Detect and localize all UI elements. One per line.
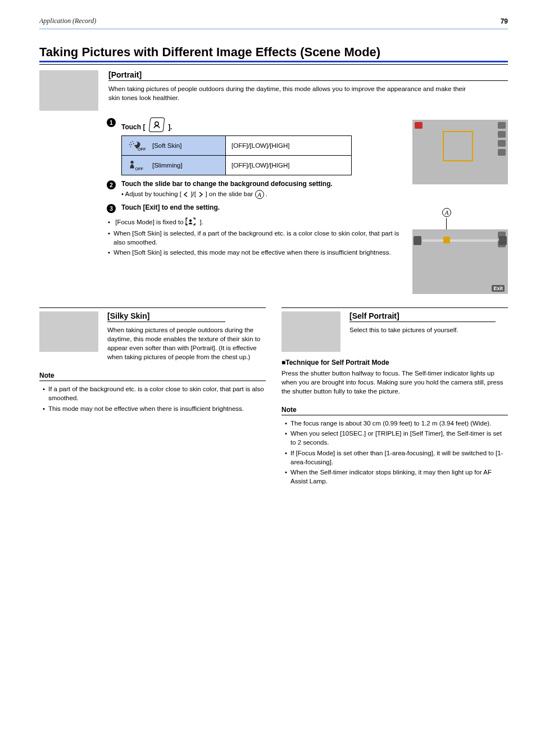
face-detection-box <box>443 131 473 161</box>
svg-point-6 <box>130 146 131 147</box>
silky-thumbnail <box>39 311 98 352</box>
selfportrait-note-4: When the Self-timer indicator stops blin… <box>284 468 508 486</box>
face-detect-icon <box>191 218 196 228</box>
selfportrait-divider <box>281 307 508 308</box>
portrait-note-2: When [Soft Skin] is selected, if a part … <box>107 229 401 247</box>
preview-side-icon <box>498 122 506 129</box>
section-divider-thin <box>39 64 508 65</box>
step-3: 3 Touch [Exit] to end the setting. <box>107 203 401 213</box>
step-2-line2-mid: ]/[ <box>190 191 196 197</box>
step-2-line2: • Adjust by touching [ ]/[ ] on the slid… <box>121 190 333 199</box>
selfportrait-heading: [Self Portrait] <box>349 311 496 322</box>
selfportrait-note-2: When you select [10SEC.] or [TRIPLE] in … <box>284 429 508 447</box>
silky-note-1: If a part of the background etc. is a co… <box>42 384 266 402</box>
svg-point-0 <box>155 122 158 125</box>
preview-side-icon <box>498 149 506 156</box>
section-divider-thick <box>39 61 508 62</box>
technique-heading: ■Technique for Self Portrait Mode <box>281 359 508 366</box>
soft-skin-icon: OFF <box>128 139 148 152</box>
step-3-text: Touch [Exit] to end the setting. <box>121 203 220 211</box>
left-arrow-icon <box>183 192 189 197</box>
defocus-slider-knob[interactable] <box>443 237 450 243</box>
silky-note-heading: Note <box>39 372 266 381</box>
preview-side-icon <box>498 241 506 247</box>
preview-side-icon <box>498 140 506 147</box>
portrait-note-1: [Focus Mode] is fixed to [ ]. <box>107 218 401 228</box>
step-2-line2-end: ] on the slide bar <box>205 191 255 197</box>
step-2-line2-tail: . <box>266 191 267 197</box>
step-number-2: 2 <box>107 180 116 189</box>
svg-point-2 <box>132 141 133 142</box>
preview-face-detect <box>412 120 508 184</box>
step-number-1: 1 <box>107 118 116 127</box>
portrait-note-3: When [Soft Skin] is selected, this mode … <box>107 248 401 257</box>
options-table: OFF [Soft Skin] [OFF]/[LOW]/[HIGH] <box>121 135 352 175</box>
step-number-3: 3 <box>107 204 116 213</box>
step-1: 1 Touch [ ]. <box>107 117 401 175</box>
svg-point-1 <box>130 142 131 143</box>
soft-skin-range: [OFF]/[LOW]/[HIGH] <box>226 136 352 156</box>
defocus-slider[interactable] <box>423 239 498 242</box>
portrait-effect-icon <box>148 117 165 132</box>
selfportrait-thumbnail <box>281 311 340 352</box>
portrait-note-1-suffix: ]. <box>199 219 203 225</box>
svg-text:OFF: OFF <box>135 166 144 171</box>
preview-slider: Exit <box>412 229 508 294</box>
section-title: Taking Pictures with Different Image Eff… <box>39 45 508 60</box>
step-1-text-prefix: Touch [ <box>121 123 145 131</box>
right-arrow-icon <box>198 192 203 197</box>
silky-divider <box>39 307 266 308</box>
selfportrait-note-1: The focus range is about 30 cm (0.99 fee… <box>284 419 508 428</box>
selfportrait-note-3: If [Focus Mode] is set other than [1-are… <box>284 449 508 467</box>
svg-point-8 <box>130 161 133 164</box>
page-header: Application (Record) 79 <box>39 17 508 28</box>
silky-description: When taking pictures of people outdoors … <box>107 325 265 361</box>
preview-mode-badge <box>415 122 423 129</box>
silky-note-2: This mode may not be effective when ther… <box>42 404 266 413</box>
slimming-icon: OFF <box>128 159 148 171</box>
step-1-text-suffix: ]. <box>168 123 172 131</box>
header-divider <box>39 29 508 29</box>
breadcrumb: Application (Record) <box>39 17 96 25</box>
svg-point-3 <box>129 144 130 145</box>
preview-side-icon <box>498 131 506 138</box>
slide-bar-ref-a: A <box>255 190 264 199</box>
portrait-note-1-prefix: [Focus Mode] is fixed to [ <box>115 219 187 225</box>
exit-button[interactable]: Exit <box>492 285 505 292</box>
page-number: 79 <box>501 17 508 25</box>
selfportrait-note-heading: Note <box>281 406 508 415</box>
step-2: 2 Touch the slide bar to change the back… <box>107 180 401 199</box>
portrait-description: When taking pictures of people outdoors … <box>108 84 468 102</box>
slimming-range: [OFF]/[LOW]/[HIGH] <box>226 156 352 175</box>
callout-a: A <box>442 208 451 217</box>
portrait-heading: [Portrait] <box>108 70 508 81</box>
soft-skin-label: [Soft Skin] <box>152 142 181 149</box>
step-2-line1: Touch the slide bar to change the backgr… <box>121 180 333 188</box>
slimming-label: [Slimming] <box>152 162 183 169</box>
selfportrait-description: Select this to take pictures of yourself… <box>349 325 496 334</box>
slider-left-button[interactable] <box>414 236 421 245</box>
svg-point-10 <box>189 219 192 221</box>
svg-text:OFF: OFF <box>138 147 146 152</box>
portrait-thumbnail <box>39 70 98 111</box>
svg-point-4 <box>131 144 132 145</box>
silky-heading: [Silky Skin] <box>107 311 225 322</box>
svg-point-5 <box>133 143 134 144</box>
preview-side-icon <box>498 232 506 238</box>
technique-body: Press the shutter button halfway to focu… <box>281 369 508 396</box>
step-2-line2-prefix: • Adjust by touching [ <box>121 191 181 197</box>
